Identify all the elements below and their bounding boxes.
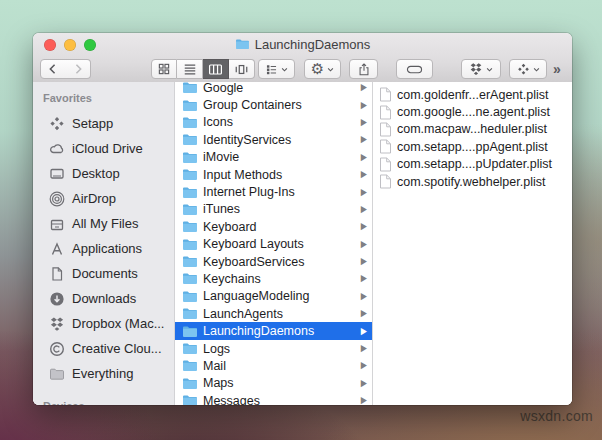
group-by-button[interactable] [258, 59, 295, 79]
folder-name: Icons [203, 115, 356, 129]
folder-name: Messages [203, 394, 356, 405]
dropbox-menu-button[interactable] [461, 59, 501, 79]
action-menu-button[interactable]: ⚙ [304, 59, 341, 79]
folder-icon [235, 38, 250, 50]
sidebar-item-icon [49, 341, 65, 357]
folder-icon [182, 203, 198, 216]
sidebar-section-favorites: Favorites [43, 92, 174, 104]
toolbar: ⚙ » [33, 55, 572, 82]
folders-column: Google ▶ Group Containers ▶ Icons ▶ [175, 82, 373, 405]
titlebar[interactable]: LaunchingDaemons [33, 33, 572, 55]
folders-list: Google ▶ Group Containers ▶ Icons ▶ [175, 82, 372, 405]
folder-row[interactable]: Input Methods ▶ [175, 166, 372, 183]
tags-button[interactable] [396, 59, 433, 79]
sidebar-item-label: Dropbox (Mac... [72, 316, 164, 331]
chevron-down-icon [486, 66, 493, 73]
folder-name: Maps [203, 376, 356, 390]
folder-row[interactable]: iMovie ▶ [175, 149, 372, 166]
chevron-right-icon [71, 62, 85, 76]
disclosure-arrow-icon: ▶ [361, 343, 367, 353]
sidebar-item-label: Desktop [72, 166, 120, 181]
sidebar-item-label: Applications [72, 241, 142, 256]
file-row[interactable]: com.setapp....ppAgent.plist [373, 138, 572, 155]
file-name: com.spotify.webhelper.plist [397, 175, 572, 189]
folder-row[interactable]: LaunchingDaemons ▶ [175, 322, 372, 339]
sidebar-item[interactable]: Setapp [33, 111, 174, 136]
sidebar-item[interactable]: Dropbox (Mac... [33, 311, 174, 336]
file-row[interactable]: com.setapp....pUpdater.plist [373, 156, 572, 173]
folder-row[interactable]: KeyboardServices ▶ [175, 253, 372, 270]
folder-row[interactable]: LanguageModeling ▶ [175, 288, 372, 305]
forward-button[interactable] [65, 59, 91, 79]
folder-row[interactable]: Google ▶ [175, 82, 372, 96]
file-name: com.google....ne.agent.plist [397, 105, 572, 119]
sidebar-item[interactable]: Documents [33, 261, 174, 286]
folder-row[interactable]: Internet Plug-Ins ▶ [175, 183, 372, 200]
folder-icon [182, 168, 198, 181]
file-row[interactable]: com.google....ne.agent.plist [373, 103, 572, 120]
list-view-button[interactable] [177, 59, 203, 79]
share-icon [357, 62, 371, 77]
window-header: LaunchingDaemons [33, 33, 572, 83]
folder-row[interactable]: Keychains ▶ [175, 270, 372, 287]
folder-row[interactable]: Keyboard Layouts ▶ [175, 236, 372, 253]
gear-icon: ⚙ [311, 61, 324, 76]
file-icon [379, 87, 392, 102]
file-row[interactable]: com.spotify.webhelper.plist [373, 173, 572, 190]
folder-row[interactable]: LaunchAgents ▶ [175, 305, 372, 322]
coverflow-view-icon [234, 62, 249, 77]
disclosure-arrow-icon: ▶ [361, 274, 367, 284]
sidebar-item[interactable]: Everything [33, 361, 174, 386]
file-row[interactable]: com.macpaw...heduler.plist [373, 121, 572, 138]
back-button[interactable] [40, 59, 66, 79]
sidebar-item[interactable]: Desktop [33, 161, 174, 186]
folder-row[interactable]: Maps ▶ [175, 375, 372, 392]
file-icon [379, 174, 392, 189]
sidebar-item-label: Documents [72, 266, 138, 281]
folder-icon [182, 186, 198, 199]
toolbar-overflow-button[interactable]: » [553, 59, 561, 79]
grid-view-icon [157, 62, 171, 76]
disclosure-arrow-icon: ▶ [361, 152, 367, 162]
folder-name: Logs [203, 342, 356, 356]
sidebar-item-label: Downloads [72, 291, 136, 306]
share-button[interactable] [349, 59, 378, 79]
folder-row[interactable]: Keyboard ▶ [175, 218, 372, 235]
sidebar-item[interactable]: Applications [33, 236, 174, 261]
file-row[interactable]: com.goldenfr...erAgent.plist [373, 86, 572, 103]
watermark: wsxdn.com [520, 408, 593, 424]
folder-row[interactable]: Group Containers ▶ [175, 96, 372, 113]
sidebar-item[interactable]: Creative Clou... [33, 336, 174, 361]
folder-row[interactable]: iTunes ▶ [175, 201, 372, 218]
file-name: com.setapp....ppAgent.plist [397, 140, 572, 154]
disclosure-arrow-icon: ▶ [361, 83, 367, 93]
folder-name: IdentityServices [203, 133, 356, 147]
tag-icon [406, 62, 423, 77]
folder-icon [182, 99, 198, 112]
disclosure-arrow-icon: ▶ [361, 291, 367, 301]
sidebar-item-icon [49, 366, 65, 382]
sidebar-item[interactable]: All My Files [33, 211, 174, 236]
coverflow-view-button[interactable] [229, 59, 255, 79]
folder-row[interactable]: Icons ▶ [175, 114, 372, 131]
sidebar-item-icon [49, 166, 65, 182]
chevron-down-icon [281, 66, 288, 73]
disclosure-arrow-icon: ▶ [361, 396, 367, 405]
folder-row[interactable]: IdentityServices ▶ [175, 131, 372, 148]
column-view-button[interactable] [203, 59, 229, 79]
file-icon [379, 122, 392, 137]
folder-row[interactable]: Mail ▶ [175, 357, 372, 374]
icon-view-button[interactable] [151, 59, 177, 79]
dropbox-icon [469, 62, 483, 76]
sidebar-item-icon [49, 216, 65, 232]
folder-row[interactable]: Messages ▶ [175, 392, 372, 405]
column-view-icon [208, 62, 223, 77]
sidebar-item[interactable]: AirDrop [33, 186, 174, 211]
sidebar-item[interactable]: iCloud Drive [33, 136, 174, 161]
disclosure-arrow-icon: ▶ [361, 361, 367, 371]
setapp-menu-button[interactable] [509, 59, 547, 79]
setapp-icon [517, 63, 530, 76]
sidebar-item[interactable]: Downloads [33, 286, 174, 311]
folder-row[interactable]: Logs ▶ [175, 340, 372, 357]
folder-icon [182, 116, 198, 129]
